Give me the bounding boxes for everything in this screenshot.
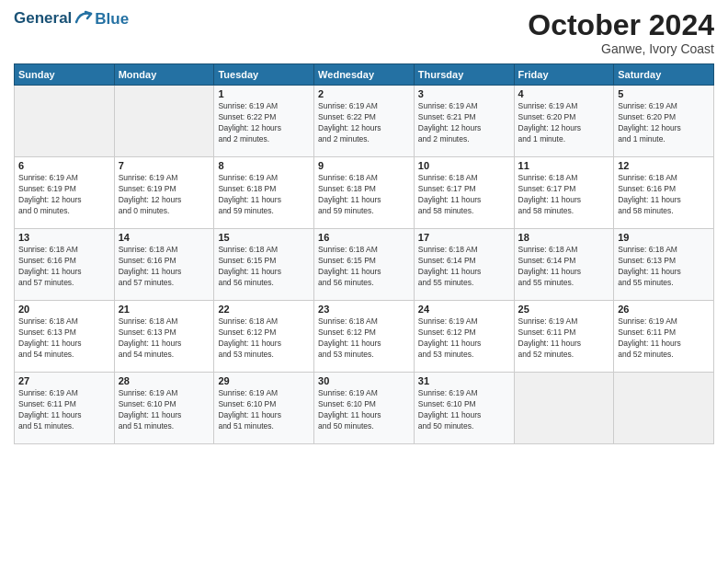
calendar-cell: 29Sunrise: 6:19 AM Sunset: 6:10 PM Dayli… <box>214 373 314 444</box>
day-number: 20 <box>18 304 110 315</box>
week-row-3: 20Sunrise: 6:18 AM Sunset: 6:13 PM Dayli… <box>15 301 714 373</box>
col-header-thursday: Thursday <box>414 64 514 86</box>
day-number: 13 <box>18 232 110 243</box>
calendar-cell: 30Sunrise: 6:19 AM Sunset: 6:10 PM Dayli… <box>314 373 415 444</box>
day-number: 1 <box>218 88 310 99</box>
calendar-cell: 15Sunrise: 6:18 AM Sunset: 6:15 PM Dayli… <box>214 229 314 301</box>
calendar-cell: 9Sunrise: 6:18 AM Sunset: 6:18 PM Daylig… <box>314 157 415 229</box>
calendar-cell: 12Sunrise: 6:18 AM Sunset: 6:16 PM Dayli… <box>614 157 714 229</box>
day-number: 12 <box>618 160 710 171</box>
day-number: 26 <box>618 304 710 315</box>
calendar-cell: 1Sunrise: 6:19 AM Sunset: 6:22 PM Daylig… <box>214 86 314 157</box>
calendar-cell: 7Sunrise: 6:19 AM Sunset: 6:19 PM Daylig… <box>114 157 214 229</box>
calendar-cell: 6Sunrise: 6:19 AM Sunset: 6:19 PM Daylig… <box>15 157 115 229</box>
day-info: Sunrise: 6:18 AM Sunset: 6:13 PM Dayligh… <box>618 245 710 289</box>
page-header: General Blue October 2024 Ganwe, Ivory C… <box>14 9 714 56</box>
col-header-saturday: Saturday <box>614 64 714 86</box>
calendar-cell: 19Sunrise: 6:18 AM Sunset: 6:13 PM Dayli… <box>614 229 714 301</box>
day-info: Sunrise: 6:19 AM Sunset: 6:10 PM Dayligh… <box>119 388 210 432</box>
calendar-cell: 18Sunrise: 6:18 AM Sunset: 6:14 PM Dayli… <box>514 229 614 301</box>
calendar-cell: 16Sunrise: 6:18 AM Sunset: 6:15 PM Dayli… <box>314 229 415 301</box>
day-info: Sunrise: 6:18 AM Sunset: 6:16 PM Dayligh… <box>119 245 210 289</box>
day-info: Sunrise: 6:19 AM Sunset: 6:10 PM Dayligh… <box>418 388 510 432</box>
day-info: Sunrise: 6:18 AM Sunset: 6:15 PM Dayligh… <box>218 245 310 289</box>
location-subtitle: Ganwe, Ivory Coast <box>528 41 714 56</box>
calendar-cell: 25Sunrise: 6:19 AM Sunset: 6:11 PM Dayli… <box>514 301 614 373</box>
day-info: Sunrise: 6:19 AM Sunset: 6:21 PM Dayligh… <box>418 101 510 145</box>
day-number: 28 <box>119 375 210 386</box>
calendar-cell: 14Sunrise: 6:18 AM Sunset: 6:16 PM Dayli… <box>114 229 214 301</box>
day-info: Sunrise: 6:19 AM Sunset: 6:19 PM Dayligh… <box>119 173 210 217</box>
day-info: Sunrise: 6:18 AM Sunset: 6:16 PM Dayligh… <box>18 245 110 289</box>
calendar-cell: 31Sunrise: 6:19 AM Sunset: 6:10 PM Dayli… <box>414 373 514 444</box>
col-header-sunday: Sunday <box>15 64 115 86</box>
calendar-cell: 21Sunrise: 6:18 AM Sunset: 6:13 PM Dayli… <box>114 301 214 373</box>
calendar-cell <box>614 373 714 444</box>
day-info: Sunrise: 6:19 AM Sunset: 6:20 PM Dayligh… <box>518 101 610 145</box>
logo-icon <box>73 9 93 29</box>
week-row-0: 1Sunrise: 6:19 AM Sunset: 6:22 PM Daylig… <box>15 86 714 157</box>
day-number: 18 <box>518 232 610 243</box>
logo-text: General <box>14 9 93 29</box>
day-number: 6 <box>18 160 110 171</box>
day-info: Sunrise: 6:18 AM Sunset: 6:15 PM Dayligh… <box>318 245 410 289</box>
day-number: 25 <box>518 304 610 315</box>
day-number: 10 <box>418 160 510 171</box>
header-row: SundayMondayTuesdayWednesdayThursdayFrid… <box>15 64 714 86</box>
logo-blue: Blue <box>95 10 129 29</box>
calendar-cell: 22Sunrise: 6:18 AM Sunset: 6:12 PM Dayli… <box>214 301 314 373</box>
day-number: 15 <box>218 232 310 243</box>
day-number: 17 <box>418 232 510 243</box>
calendar-cell: 26Sunrise: 6:19 AM Sunset: 6:11 PM Dayli… <box>614 301 714 373</box>
calendar-cell: 10Sunrise: 6:18 AM Sunset: 6:17 PM Dayli… <box>414 157 514 229</box>
col-header-monday: Monday <box>114 64 214 86</box>
day-number: 5 <box>618 88 710 99</box>
day-info: Sunrise: 6:19 AM Sunset: 6:11 PM Dayligh… <box>18 388 110 432</box>
calendar-cell: 11Sunrise: 6:18 AM Sunset: 6:17 PM Dayli… <box>514 157 614 229</box>
day-info: Sunrise: 6:19 AM Sunset: 6:11 PM Dayligh… <box>618 316 710 361</box>
day-number: 21 <box>119 304 210 315</box>
day-number: 24 <box>418 304 510 315</box>
day-info: Sunrise: 6:19 AM Sunset: 6:19 PM Dayligh… <box>18 173 110 217</box>
week-row-2: 13Sunrise: 6:18 AM Sunset: 6:16 PM Dayli… <box>15 229 714 301</box>
day-info: Sunrise: 6:18 AM Sunset: 6:13 PM Dayligh… <box>119 316 210 361</box>
logo: General Blue <box>14 9 129 29</box>
day-info: Sunrise: 6:18 AM Sunset: 6:17 PM Dayligh… <box>518 173 610 217</box>
day-info: Sunrise: 6:18 AM Sunset: 6:12 PM Dayligh… <box>218 316 310 361</box>
day-number: 19 <box>618 232 710 243</box>
day-info: Sunrise: 6:19 AM Sunset: 6:10 PM Dayligh… <box>218 388 310 432</box>
calendar-cell <box>114 86 214 157</box>
day-info: Sunrise: 6:19 AM Sunset: 6:22 PM Dayligh… <box>218 101 310 145</box>
calendar-cell: 28Sunrise: 6:19 AM Sunset: 6:10 PM Dayli… <box>114 373 214 444</box>
col-header-friday: Friday <box>514 64 614 86</box>
day-number: 30 <box>318 375 410 386</box>
col-header-wednesday: Wednesday <box>314 64 415 86</box>
day-number: 29 <box>218 375 310 386</box>
calendar-cell: 3Sunrise: 6:19 AM Sunset: 6:21 PM Daylig… <box>414 86 514 157</box>
day-info: Sunrise: 6:18 AM Sunset: 6:17 PM Dayligh… <box>418 173 510 217</box>
day-number: 9 <box>318 160 410 171</box>
title-section: October 2024 Ganwe, Ivory Coast <box>528 9 714 56</box>
calendar-cell <box>15 86 115 157</box>
day-number: 7 <box>119 160 210 171</box>
day-info: Sunrise: 6:18 AM Sunset: 6:18 PM Dayligh… <box>318 173 410 217</box>
day-number: 14 <box>119 232 210 243</box>
day-info: Sunrise: 6:19 AM Sunset: 6:11 PM Dayligh… <box>518 316 610 361</box>
calendar-cell: 4Sunrise: 6:19 AM Sunset: 6:20 PM Daylig… <box>514 86 614 157</box>
calendar-cell: 27Sunrise: 6:19 AM Sunset: 6:11 PM Dayli… <box>15 373 115 444</box>
calendar-cell: 17Sunrise: 6:18 AM Sunset: 6:14 PM Dayli… <box>414 229 514 301</box>
calendar-cell: 5Sunrise: 6:19 AM Sunset: 6:20 PM Daylig… <box>614 86 714 157</box>
calendar-cell: 13Sunrise: 6:18 AM Sunset: 6:16 PM Dayli… <box>15 229 115 301</box>
day-number: 4 <box>518 88 610 99</box>
day-info: Sunrise: 6:19 AM Sunset: 6:20 PM Dayligh… <box>618 101 710 145</box>
day-number: 27 <box>18 375 110 386</box>
col-header-tuesday: Tuesday <box>214 64 314 86</box>
day-info: Sunrise: 6:19 AM Sunset: 6:12 PM Dayligh… <box>418 316 510 361</box>
calendar-table: SundayMondayTuesdayWednesdayThursdayFrid… <box>14 63 714 444</box>
month-title: October 2024 <box>528 9 714 41</box>
calendar-cell: 2Sunrise: 6:19 AM Sunset: 6:22 PM Daylig… <box>314 86 415 157</box>
day-number: 31 <box>418 375 510 386</box>
day-info: Sunrise: 6:18 AM Sunset: 6:12 PM Dayligh… <box>318 316 410 361</box>
day-number: 11 <box>518 160 610 171</box>
day-info: Sunrise: 6:18 AM Sunset: 6:14 PM Dayligh… <box>418 245 510 289</box>
